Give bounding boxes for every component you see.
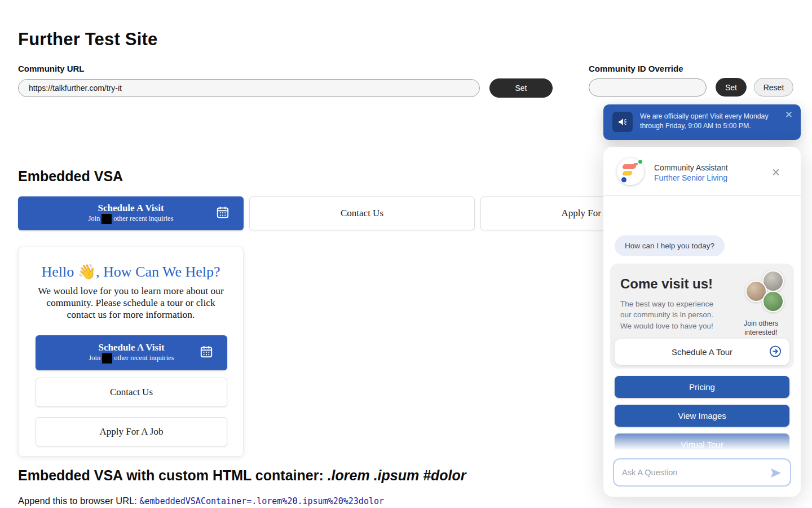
community-url-set-button[interactable]: Set: [489, 78, 553, 98]
custom-container-selectors: .lorem .ipsum #dolor: [328, 467, 466, 483]
calendar-icon: [215, 205, 230, 222]
schedule-a-visit-subtitle: Joinother recent inquiries: [88, 214, 173, 224]
contact-us-button[interactable]: Contact Us: [249, 196, 475, 230]
visitor-avatars: Join others interested!: [745, 270, 786, 337]
schedule-a-visit-title: Schedule A Visit: [88, 203, 173, 214]
community-id-input[interactable]: [589, 78, 707, 97]
vsa-card-heading: Hello 👋, How Can We Help?: [19, 263, 243, 281]
visitor-avatar: [762, 291, 784, 312]
logo-blue-dot: [621, 177, 626, 182]
community-logo-avatar: [617, 158, 644, 185]
redacted-count: [102, 353, 112, 364]
append-url-code: &embeddedVSAContainer=.lorem%20.ipsum%20…: [140, 496, 384, 506]
view-images-button[interactable]: View Images: [615, 405, 789, 427]
come-visit-card: Come visit us! The best way to experienc…: [610, 264, 794, 369]
chat-close-icon[interactable]: ✕: [771, 167, 780, 178]
chat-header: Community Assistant Further Senior Livin…: [603, 147, 801, 196]
assistant-greeting-bubble: How can I help you today?: [615, 235, 725, 256]
logo-yellow-bar: [622, 171, 633, 176]
card-apply-for-a-job-button[interactable]: Apply For A Job: [36, 417, 227, 446]
schedule-a-visit-button[interactable]: Schedule A Visit Joinother recent inquir…: [18, 196, 244, 230]
calendar-icon: [199, 344, 214, 361]
page-title: Further Test Site: [18, 29, 157, 50]
virtual-tour-button[interactable]: Virtual Tour: [615, 433, 789, 456]
community-id-set-button[interactable]: Set: [716, 78, 747, 97]
megaphone-icon: [612, 112, 633, 132]
logo-coral-bar: [622, 164, 637, 169]
send-icon[interactable]: [769, 466, 783, 482]
chat-widget: Community Assistant Further Senior Livin…: [603, 147, 801, 497]
embedded-vsa-heading: Embedded VSA: [18, 168, 123, 185]
vsa-card-body: We would love for you to learn more abou…: [34, 285, 227, 321]
announcement-text: We are officially open! Visit every Mond…: [640, 112, 778, 130]
announcement-banner: We are officially open! Visit every Mond…: [603, 104, 801, 140]
question-input-wrapper: [613, 458, 791, 487]
append-url-line: Append this to browser URL: &embeddedVSA…: [18, 496, 384, 506]
community-id-reset-button[interactable]: Reset: [754, 78, 793, 97]
come-visit-heading: Come visit us!: [620, 276, 713, 292]
banner-close-icon[interactable]: ✕: [785, 109, 793, 121]
come-visit-body: The best way to experience our community…: [620, 299, 722, 331]
card-contact-us-button[interactable]: Contact Us: [36, 378, 227, 407]
community-name-link[interactable]: Further Senior Living: [654, 173, 727, 182]
community-url-input[interactable]: [18, 79, 480, 97]
custom-container-heading: Embedded VSA with custom HTML container:…: [18, 467, 466, 484]
redacted-count: [102, 214, 112, 224]
ask-question-input[interactable]: [622, 459, 763, 485]
page: Further Test Site Community URL Set Comm…: [0, 0, 812, 508]
vsa-card: Hello 👋, How Can We Help? We would love …: [18, 247, 244, 457]
community-url-label: Community URL: [18, 64, 85, 73]
assistant-title: Community Assistant: [654, 163, 728, 172]
circled-arrow-icon: [769, 345, 782, 359]
schedule-a-tour-button[interactable]: Schedule A Tour: [615, 339, 789, 365]
community-id-label: Community ID Override: [589, 64, 683, 73]
avatars-caption: Join others interested!: [731, 319, 791, 338]
online-status-dot: [637, 159, 643, 165]
card-schedule-a-visit-button[interactable]: Schedule A Visit Joinother recent inquir…: [36, 335, 227, 370]
pricing-button[interactable]: Pricing: [615, 376, 789, 398]
